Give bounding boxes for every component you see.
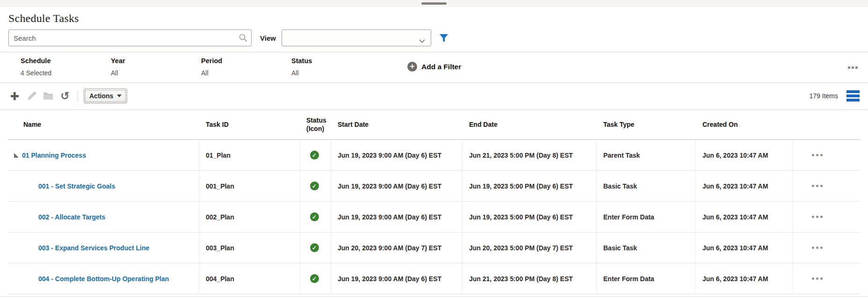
status-success-check-icon: ✓ [310,274,319,283]
task-name-link[interactable]: 002 - Allocate Targets [38,213,105,221]
task-type-cell: Basic Task [597,233,696,263]
row-actions-ellipsis-button[interactable] [812,216,823,218]
created-on-cell: Jun 6, 2023 10:47 AM [696,263,793,294]
filter-year[interactable]: Year All [111,57,201,77]
toolbar-separator [78,90,78,102]
add-filter-label: Add a Filter [421,63,461,71]
column-header-created-on[interactable]: Created On [696,110,793,139]
task-type-cell: Enter Form Data [597,202,696,232]
table-row[interactable]: 01 Planning Process01_Plan✓Jun 19, 2023 … [7,140,861,171]
refresh-icon[interactable]: ↺ [59,91,71,101]
edit-pencil-icon [25,91,37,101]
status-success-check-icon: ✓ [310,151,319,160]
row-actions-cell [793,140,861,170]
status-success-check-icon: ✓ [310,182,319,190]
end-date-cell: Jun 21, 2023 5:00 PM (Day 8) EST [463,140,597,170]
table-row[interactable]: 001 - Set Strategic Goals001_Plan✓Jun 19… [7,171,861,202]
search-input[interactable] [8,29,252,46]
column-header-name[interactable]: Name [7,110,199,139]
task-name-link[interactable]: 01 Planning Process [22,152,86,159]
table-header-row: Name Task ID Status (Icon) Start Date En… [7,110,861,140]
actions-button-label: Actions [89,92,113,100]
created-on-cell: Jun 6, 2023 10:47 AM [696,140,793,170]
name-cell: 003 - Expand Services Product Line [7,233,199,263]
filter-status[interactable]: Status All [291,57,382,77]
row-actions-cell [793,263,861,294]
task-id-cell: 01_Plan [199,140,300,170]
chevron-down-icon [419,36,425,45]
name-cell: 002 - Allocate Targets [7,202,199,232]
column-header-status-icon[interactable]: Status (Icon) [300,110,331,139]
filter-value: 4 Selected [21,69,111,77]
window-top-bar [0,0,868,7]
task-name-link[interactable]: 004 - Complete Bottom-Up Operating Plan [38,275,169,283]
view-menu-hamburger-icon[interactable] [846,90,860,102]
end-date-cell: Jun 19, 2023 5:00 PM (Day 6) EST [463,171,597,201]
status-cell: ✓ [300,202,331,232]
created-on-cell: Jun 6, 2023 10:47 AM [696,171,793,201]
status-cell: ✓ [300,263,331,294]
filter-overflow-menu-icon[interactable] [848,66,858,69]
column-header-end-date[interactable]: End Date [463,110,597,139]
tasks-table: Name Task ID Status (Icon) Start Date En… [0,109,868,297]
column-header-row-actions [793,110,861,139]
table-row[interactable]: 003 - Expand Services Product Line003_Pl… [7,233,861,263]
folder-icon [42,92,54,101]
items-count: 179 Items [810,92,838,100]
column-header-start-date[interactable]: Start Date [331,110,463,139]
filter-value: All [111,69,201,77]
filter-period[interactable]: Period All [201,57,291,77]
drag-handle[interactable] [421,2,447,5]
row-actions-ellipsis-button[interactable] [812,154,823,156]
page-title: Schedule Tasks [0,7,868,25]
status-success-check-icon: ✓ [310,243,319,252]
name-cell: 004 - Complete Bottom-Up Operating Plan [7,263,199,294]
task-id-cell: 004_Plan [199,263,300,294]
start-date-cell: Jun 20, 2023 9:00 AM (Day 7) EST [331,233,463,263]
view-select[interactable] [282,29,431,46]
view-label: View [260,34,276,42]
end-date-cell: Jun 19, 2023 5:00 PM (Day 6) EST [463,202,597,232]
row-actions-ellipsis-button[interactable] [812,185,823,187]
status-cell: ✓ [300,233,331,263]
table-row[interactable]: 004 - Complete Bottom-Up Operating Plan0… [7,263,861,294]
filter-funnel-icon[interactable] [439,33,449,43]
status-success-check-icon: ✓ [310,212,319,221]
controls-row: View [0,25,868,50]
plus-circle-icon: + [407,62,417,72]
task-id-cell: 001_Plan [199,171,300,201]
collapse-triangle-icon[interactable] [14,153,19,158]
search-box [8,29,252,46]
add-icon[interactable] [8,91,21,101]
table-row[interactable]: 002 - Allocate Targets002_Plan✓Jun 19, 2… [7,202,861,233]
filter-label: Status [291,57,382,65]
search-icon[interactable] [239,33,248,44]
status-cell: ✓ [300,140,331,170]
filter-schedule[interactable]: Schedule 4 Selected [21,57,111,77]
task-name-link[interactable]: 003 - Expand Services Product Line [38,244,149,252]
filter-value: All [201,69,291,77]
status-cell: ✓ [300,171,331,201]
column-header-task-type[interactable]: Task Type [597,110,696,139]
start-date-cell: Jun 19, 2023 9:00 AM (Day 6) EST [331,263,463,294]
actions-button[interactable]: Actions [84,88,127,103]
filter-value: All [291,69,382,77]
table-toolbar: ↺ Actions 179 Items [0,82,868,109]
table-bottom-divider [0,296,868,297]
row-actions-ellipsis-button[interactable] [812,247,823,249]
column-header-task-id[interactable]: Task ID [199,110,300,139]
task-type-cell: Parent Task [597,140,696,170]
created-on-cell: Jun 6, 2023 10:47 AM [696,202,793,232]
task-type-cell: Basic Task [597,171,696,201]
end-date-cell: Jun 20, 2023 5:00 PM (Day 7) EST [463,233,597,263]
task-name-link[interactable]: 001 - Set Strategic Goals [38,182,115,190]
name-cell: 01 Planning Process [7,140,199,170]
filter-bar: Schedule 4 Selected Year All Period All … [0,52,868,82]
row-actions-ellipsis-button[interactable] [812,277,823,280]
start-date-cell: Jun 19, 2023 9:00 AM (Day 6) EST [331,171,463,201]
created-on-cell: Jun 6, 2023 10:47 AM [696,233,793,263]
task-id-cell: 002_Plan [199,202,300,232]
add-filter-button[interactable]: + Add a Filter [407,62,461,72]
row-actions-cell [793,171,861,201]
row-actions-cell [793,202,861,232]
